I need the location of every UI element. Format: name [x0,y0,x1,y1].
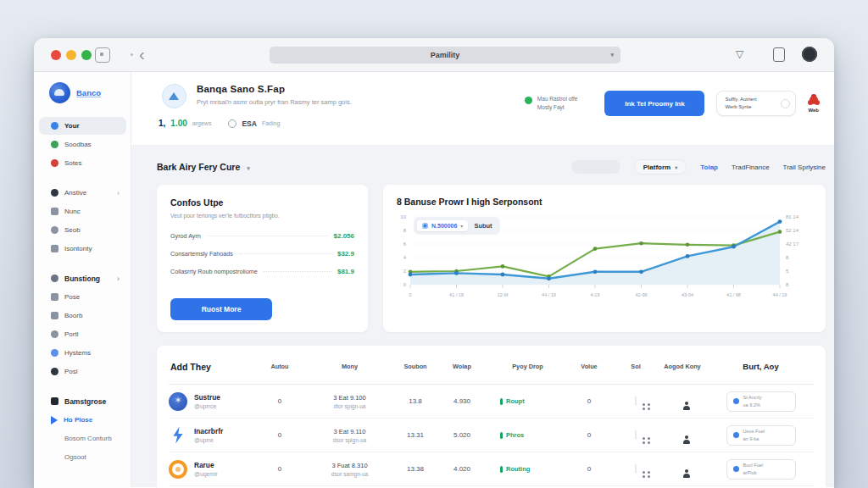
summary-row: Collasrrty Roub nompostroliome$81.9 [170,268,354,275]
sidebar-item-label: Posl [64,368,78,375]
profile-avatar[interactable] [802,47,817,62]
tab-link-2[interactable]: TradFinance [732,164,770,171]
svg-text:10: 10 [400,214,406,219]
sidebar-item-portl[interactable]: Portl [39,325,126,343]
close-window-button[interactable] [51,50,61,60]
back-button[interactable]: ‹ [139,43,145,65]
sidebar-item-soodbas[interactable]: Soodbas [39,136,126,153]
volue-cell: 0 [564,431,615,439]
autou-cell: 0 [259,431,301,439]
chevron-right-icon: › [117,189,126,197]
column-header-mony: Mony [301,363,398,370]
summary-row-label: Consartemsly Fahoads [170,250,233,258]
secondary-line2: Werb Syrtie [725,103,781,111]
mony-cell: 3 Eat 9.100dtor spign-ua [301,394,398,409]
soubon-cell: 13.38 [398,465,432,473]
sidebar-item-isontonty[interactable]: Isontonty [39,240,126,258]
grid-dots-icon-button[interactable] [635,464,637,474]
sidebar-item-label: Soodbas [64,141,92,148]
sidebar-item-anstive[interactable]: Anstive› [39,184,126,202]
asset-name-block: Sustrue@uprrce [194,393,220,409]
folder-icon [51,274,58,282]
sidebar-item-bunstiong[interactable]: Bunstiong› [39,269,126,287]
sidebar-item-bosom-conturb[interactable]: Bosom Conturb [39,430,126,447]
action-button-lines: Ueos Fuelan 9-ba [743,428,765,442]
row-action-button[interactable]: Ueos Fuelan 9-ba [726,425,796,446]
flower-badge-icon [810,96,818,104]
action-line2: an 9-ba [743,435,765,442]
table-row[interactable]: Inacrbrfr@uprre03 Eat 9.110dsor spign-ua… [169,419,814,452]
table-row[interactable]: Rarue@uqemir03 Fuat 8.310dsor samgn-ua13… [169,452,814,486]
chevron-down-icon: ▾ [610,52,614,58]
section-row: Bark Airy Fery Cure▾ Platform ▾ Tolap Tr… [157,159,826,175]
sidebar-item-label: Seob [64,226,81,234]
globe-icon [51,349,58,357]
column-header-volue: Volue [564,363,615,370]
tab-active-link[interactable]: Tolap [700,164,718,171]
sidebar-item-bamstgrose[interactable]: Bamstgrose [39,392,126,410]
summary-row-label: Gyrod Ayrn [170,232,201,240]
tab-link-3[interactable]: Trail Sprlysine [783,164,826,171]
logo[interactable]: Banco [34,82,131,103]
svg-text:4-19: 4-19 [590,292,599,297]
sidebar-item-label: Portl [64,330,78,338]
downloads-icon[interactable] [773,47,785,62]
action-cell: Ueos Fuelan 9-ba [708,425,814,446]
status-cell: Roupt [492,397,564,405]
column-header-soubon: Soubon [398,363,432,370]
grid-dots-icon-button[interactable] [635,396,637,406]
grid-dots-icon-button[interactable] [635,430,637,440]
address-bar[interactable]: Pamility ▾ [270,47,620,64]
web-shortcut[interactable]: Web [808,96,819,113]
sidebar-item-label: Ogsoot [64,453,86,461]
address-text: Pamility [431,51,460,59]
platform-dropdown[interactable]: Platform ▾ [634,159,687,175]
circle-icon [51,189,58,197]
svg-text:8: 8 [786,282,789,287]
minimize-window-button[interactable] [66,50,76,60]
lock-icon [51,368,58,375]
blue-dot-icon [733,398,739,404]
chip-button[interactable]: Subut [474,222,492,230]
sidebar-item-ho-plose[interactable]: Ho Plose [39,411,126,429]
sidebar-toggle-icon[interactable] [95,47,110,63]
status-line1: Mau Rastrol offe [537,95,578,103]
column-header-wolap: Wolap [432,363,492,370]
stat-value: 1.00 [170,119,186,128]
sidebar-item-nunc[interactable]: Nunc [39,202,126,220]
sidebar-item-ogsoot[interactable]: Ogsoot [39,448,126,466]
app-square-icon [51,397,58,405]
table-row[interactable]: Sustrue@uprrce03 Eat 9.100dtor spign-ua1… [169,385,814,419]
sidebar-item-posl[interactable]: Posl [39,363,126,380]
sidebar-item-label: Ho Plose [64,416,92,424]
zoom-window-button[interactable] [81,50,92,60]
row-action-button[interactable]: Buol FuelarPlub [726,459,796,480]
share-icon[interactable]: ▽ [736,48,743,60]
primary-action-button[interactable]: Ink Tel Proomy Ink [604,91,704,116]
leaf-icon [51,141,58,148]
page-title: Banqa Sano S.Fap [197,84,352,94]
summary-cta-button[interactable]: Ruost More [170,298,272,320]
secondary-action-button[interactable]: Suffly, Autrtert Werb Syrtie [716,91,796,116]
sidebar-item-label: Boorb [64,312,82,319]
autou-cell: 0 [259,465,301,473]
sidebar-item-label: Sotes [64,159,81,167]
row-action-button[interactable]: St Ancrlyua 9.2% [726,391,796,412]
action-line2: arPlub [743,469,764,476]
sidebar-item-seob[interactable]: Seob [39,221,126,239]
chart-series-dropdown[interactable]: N.500006 ▾ Subut [414,217,500,235]
logo-icon [49,82,70,103]
action-line1: Ueos Fuel [743,428,765,435]
sidebar-item-pose[interactable]: Pose [39,288,126,306]
sidebar-item-sotes[interactable]: Sotes [39,154,126,172]
sidebar-item-your[interactable]: Your [39,117,126,135]
status-cell: Phros [492,431,564,439]
svg-text:41 / 98: 41 / 98 [726,292,741,297]
chevron-down-icon: ▾ [247,165,250,171]
muted-filter-pill[interactable] [571,160,620,174]
sidebar-item-hystems[interactable]: Hystems [39,344,126,362]
blue-dot-icon [733,466,739,472]
sidebar-item-label: Hystems [64,349,91,357]
sidebar-item-boorb[interactable]: Boorb [39,307,126,324]
badge-icon-coin-icon [169,392,187,411]
